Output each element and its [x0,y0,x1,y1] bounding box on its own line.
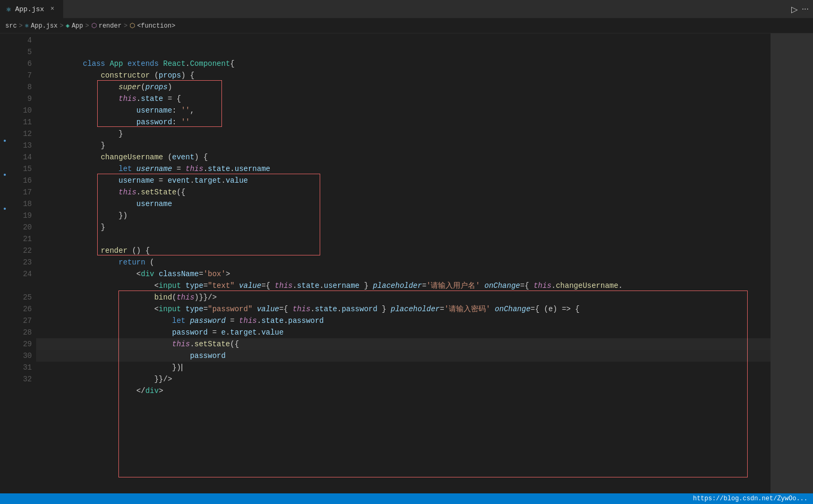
tab-app-jsx[interactable]: ⚛ App.jsx × [0,0,64,18]
line-numbers: 4 5 6 7 8 9 10 11 12 13 14 15 16 17 18 1… [10,33,36,493]
code-line-8: this.state = { [36,81,771,93]
code-line-13: changeUsername (event) { [36,140,771,151]
code-line-24-cont: bind(this)}}/> [36,280,771,292]
breadcrumb-render-icon: ⬡ [91,22,97,30]
code-line-12: } [36,128,771,140]
breadcrumb-method: render [99,22,122,30]
code-line-26: let password = this.state.password [36,303,771,315]
code-line-27: password = e.target.value [36,315,771,327]
code-line-28: this.setState({ [36,327,771,338]
code-line-5: class App extends React.Component{ [36,46,771,58]
toolbar-right: ▷ ··· [791,0,813,18]
code-line-23: <div className='box'> [36,257,771,268]
status-bar: https://blog.csdn.net/ZywOo... [0,493,813,504]
breadcrumb-react-icon: ⚛ [25,22,29,30]
breadcrumb-func: <function> [137,22,175,30]
close-icon[interactable]: × [50,5,54,13]
run-button[interactable]: ▷ [791,4,798,14]
code-line-30: }) [36,350,771,362]
code-line-18: }) [36,198,771,210]
breadcrumb-src: src [5,22,17,30]
breadcrumb-func-icon: ⬡ [130,22,135,30]
breadcrumb-class-icon: ◈ [66,22,70,30]
code-line-10: password: '' [36,105,771,116]
breadcrumb-class: App [72,22,83,30]
code-line-17: username [36,186,771,198]
code-line-16: this.setState({ [36,175,771,186]
sep4: > [124,22,127,30]
indicator-dot [4,140,6,142]
sep3: > [85,22,89,30]
indicator-dot-2 [4,174,6,176]
breadcrumb: src > ⚛ App.jsx > ◈ App > ⬡ render > ⬡ <… [0,19,813,33]
breadcrumb-file: App.jsx [31,22,57,30]
editor-area: 4 5 6 7 8 9 10 11 12 13 14 15 16 17 18 1… [0,33,813,493]
tab-label: App.jsx [15,5,44,13]
sep1: > [19,22,23,30]
indicator-dot-3 [4,208,6,210]
code-line-21: render () { [36,233,771,245]
code-line-32: </div> [36,373,771,385]
minimap [771,33,813,493]
code-line-6: constructor (props) { [36,58,771,70]
code-line-19: } [36,210,771,221]
code-line-20 [36,221,771,233]
code-line-9: username: '', [36,93,771,105]
code-area[interactable]: class App extends React.Component{ const… [36,33,771,493]
code-line-22: return ( [36,245,771,257]
code-line-11: } [36,116,771,128]
code-line-14: let username = this.state.username [36,151,771,163]
left-indicators [0,33,10,493]
tab-bar: ⚛ App.jsx × ▷ ··· [0,0,813,19]
more-button[interactable]: ··· [802,4,809,14]
code-line-15: username = event.target.value [36,163,771,175]
code-line-25: <input type="password" value={ this.stat… [36,292,771,303]
code-line-7: super(props) [36,70,771,81]
code-line-24: <input type="text" value={ this.state.us… [36,268,771,280]
react-icon: ⚛ [6,5,11,14]
code-line-4 [36,35,771,46]
sep2: > [59,22,63,30]
status-url: https://blog.csdn.net/ZywOo... [693,495,808,502]
code-line-29: password [36,338,771,350]
code-line-31: }}/> [36,362,771,373]
